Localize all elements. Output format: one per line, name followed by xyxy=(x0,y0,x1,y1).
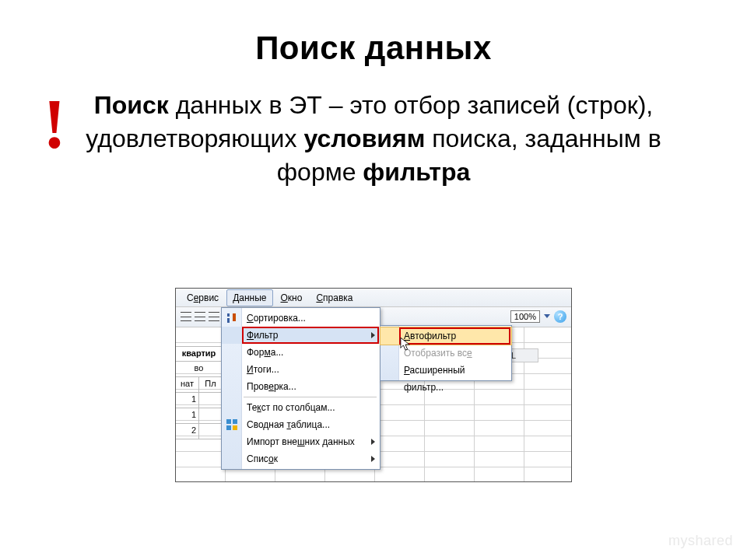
menu-item-form[interactable]: Форма... xyxy=(222,344,380,361)
help-icon[interactable]: ? xyxy=(554,310,566,323)
cell xyxy=(199,424,222,439)
align-left-icon[interactable] xyxy=(181,312,191,321)
u: е xyxy=(194,292,199,303)
u: С xyxy=(316,292,323,303)
menu-item-pivot[interactable]: Сводная таблица... xyxy=(222,416,380,433)
def-bold-2: условиям xyxy=(303,124,425,152)
menu-item-validate[interactable]: Проверка... xyxy=(222,378,380,395)
frag-subheader2: нат Пл xyxy=(176,377,223,393)
zoom-value: 100% xyxy=(510,310,540,323)
menu-item-list[interactable]: Список xyxy=(222,450,380,467)
menu-data[interactable]: Данные xyxy=(226,289,272,306)
def-bold-3: фильтра xyxy=(363,158,470,186)
menu-service[interactable]: Сервис xyxy=(181,289,225,306)
dropdown-icon[interactable] xyxy=(543,313,551,320)
cell: 2 xyxy=(176,424,199,439)
menu-item-text-to-columns[interactable]: Текст по столбцам... xyxy=(222,399,380,416)
frag-header: квартир xyxy=(176,346,223,362)
pivot-icon xyxy=(226,418,238,431)
frag-row-3: 2 xyxy=(176,424,223,439)
u: Д xyxy=(233,292,239,303)
slide-title: Поиск данных xyxy=(0,30,747,67)
menu-help[interactable]: Справка xyxy=(310,289,359,306)
data-menu-dropdown: Сортировка... Фильтр Форма... Итоги... П… xyxy=(221,307,381,470)
align-right-icon[interactable] xyxy=(209,312,219,321)
frag-sub3: Пл xyxy=(199,377,222,392)
frag-sub1: во xyxy=(176,362,222,376)
cell: 1 xyxy=(176,393,199,408)
align-center-icon[interactable] xyxy=(195,312,205,321)
align-icons xyxy=(181,312,219,321)
u: О xyxy=(281,292,288,303)
def-bold-1: Поиск xyxy=(94,91,169,119)
submenu-item-show-all: Отобразить все xyxy=(381,345,511,362)
cell: 1 xyxy=(176,408,199,423)
menu-window[interactable]: Окно xyxy=(275,289,309,306)
zoom-control[interactable]: 100% xyxy=(510,310,551,323)
filter-submenu: Автофильтр Отобразить все Расширенный фи… xyxy=(380,325,512,381)
frag-subheader: во xyxy=(176,362,223,377)
menu-item-sort[interactable]: Сортировка... xyxy=(222,310,380,327)
submenu-item-advanced-filter[interactable]: Расширенный фильтр... xyxy=(381,362,511,379)
frag-row-2: 1 xyxy=(176,408,223,424)
menu-item-filter[interactable]: Фильтр xyxy=(222,327,380,344)
menu-separator xyxy=(244,397,377,397)
exclamation-mark: ! xyxy=(43,89,66,159)
watermark: myshared xyxy=(668,533,733,549)
menu-bar: Сервис Данные Окно Справка xyxy=(176,289,571,307)
embedded-screenshot: Сервис Данные Окно Справка 100% ? L квар… xyxy=(175,288,572,482)
table-fragment: квартир во нат Пл 1 1 2 xyxy=(176,346,223,439)
definition-text: Поиск данных в ЭТ – это отбор записей (с… xyxy=(86,89,661,190)
menu-item-totals[interactable]: Итоги... xyxy=(222,361,380,378)
submenu-item-autofilter[interactable]: Автофильтр xyxy=(381,327,511,345)
frag-sub2: нат xyxy=(176,377,199,392)
sort-icon xyxy=(226,312,238,324)
cell xyxy=(199,408,222,423)
cell xyxy=(199,393,222,408)
frag-row-1: 1 xyxy=(176,393,223,408)
menu-item-import[interactable]: Импорт внешних данных xyxy=(222,433,380,450)
